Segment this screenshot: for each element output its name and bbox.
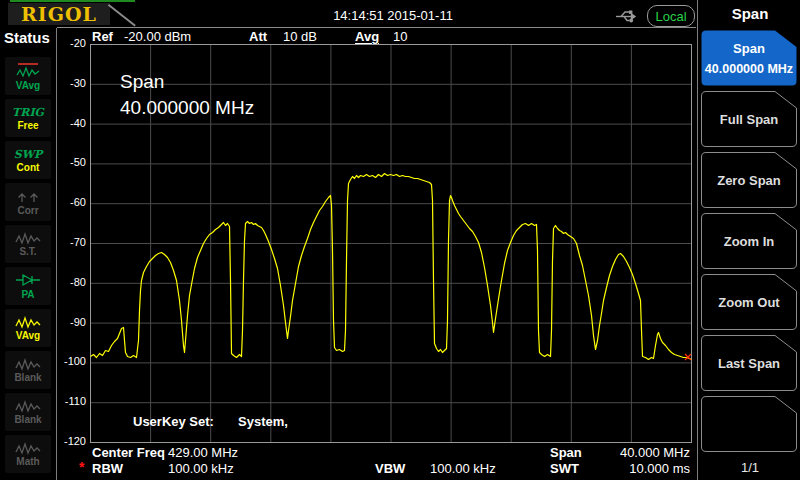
y-tick-label: -120 (54, 435, 86, 447)
softkey-zero-span[interactable]: Zero Span (701, 152, 797, 208)
softkey-span-label: Span (733, 41, 765, 56)
y-tick-label: -100 (54, 355, 86, 367)
datetime-label: 14:14:51 2015-01-11 (293, 8, 493, 23)
y-tick-label: -20 (54, 37, 86, 49)
menu-page-indicator: 1/1 (700, 460, 800, 475)
status-item-sweep-label: Cont (17, 162, 40, 173)
rigol-logo: RIGOL (8, 3, 110, 25)
softkey-last-span-label: Last Span (718, 356, 780, 371)
status-item-correction: Corr (5, 183, 51, 221)
softkey-span-value: 40.000000 MHz (705, 62, 793, 76)
span-readout-value: 40.000 MHz (570, 445, 690, 460)
center-freq-value: 429.00 MHz (168, 445, 238, 460)
status-item-math: Math (5, 435, 51, 473)
preamp-icon (15, 272, 41, 288)
trace-avg-icon (15, 62, 41, 79)
y-tick-label: -60 (54, 196, 86, 208)
status-item-sweep-word: SWP (14, 148, 43, 161)
math-icon (15, 441, 41, 455)
ref-value: -20.00 dBm (124, 29, 191, 44)
att-label: Att (249, 29, 267, 44)
left-panel-divider (56, 28, 57, 480)
trace2-avg-icon (15, 315, 41, 329)
menu-panel-divider (697, 0, 698, 480)
active-function-label: Span (120, 71, 164, 93)
spectrum-analyzer-screen: RIGOL Status VAvgTRIGFreeSWPContCorrS.T.… (0, 0, 800, 480)
y-tick-label: -30 (54, 77, 86, 89)
softkey-last-span[interactable]: Last Span (701, 335, 797, 391)
swt-value: 10.000 ms (570, 461, 690, 476)
status-panel-title: Status (4, 29, 50, 46)
status-item-trace4-label: Blank (14, 414, 41, 425)
vbw-label: VBW (375, 461, 405, 476)
status-item-trigger-word: TRIG (12, 106, 44, 119)
status-item-math-label: Math (16, 456, 39, 467)
y-tick-label: -70 (54, 236, 86, 248)
softkey-blank-6[interactable] (701, 396, 797, 452)
usb-icon (614, 8, 642, 25)
logo-slash (108, 4, 136, 27)
status-item-trace4: Blank (5, 393, 51, 431)
softkey-zoom-out-label: Zoom Out (718, 295, 779, 310)
softkey-zoom-in[interactable]: Zoom In (701, 213, 797, 269)
local-label: Local (655, 9, 686, 24)
trace4-icon (15, 399, 41, 413)
softkey-zero-span-label: Zero Span (717, 173, 781, 188)
avg-label: Avg (355, 29, 379, 44)
center-freq-label: Center Freq (92, 445, 165, 460)
local-badge: Local (647, 5, 695, 27)
rbw-coupled-indicator: * (79, 459, 84, 475)
rigol-logo-text: RIGOL (21, 3, 97, 25)
status-item-trigger-label: Free (17, 120, 38, 131)
correction-icon (15, 189, 41, 204)
rbw-label: RBW (92, 461, 123, 476)
softkey-zoom-out[interactable]: Zoom Out (701, 274, 797, 330)
softkey-full-span[interactable]: Full Span (701, 91, 797, 147)
st-icon (15, 231, 41, 245)
status-item-st-label: S.T. (19, 246, 36, 257)
trace3-icon (15, 357, 41, 371)
status-item-trigger: TRIGFree (5, 99, 51, 137)
rbw-value: 100.00 kHz (168, 461, 234, 476)
status-item-preamp: PA (5, 267, 51, 305)
att-value: 10 dB (283, 29, 317, 44)
y-tick-label: -80 (54, 276, 86, 288)
top-edge-accent (10, 0, 135, 2)
status-item-trace3-label: Blank (14, 372, 41, 383)
y-tick-label: -40 (54, 117, 86, 129)
userkey-message-label: UserKey Set: (133, 414, 214, 429)
status-item-trace3: Blank (5, 351, 51, 389)
status-item-correction-label: Corr (17, 205, 38, 216)
status-item-st: S.T. (5, 225, 51, 263)
vbw-value: 100.00 kHz (430, 461, 496, 476)
softkey-span[interactable]: Span40.000000 MHz (701, 30, 797, 86)
status-item-trace-avg: VAvg (5, 57, 51, 95)
menu-title: Span (700, 5, 800, 22)
y-tick-label: -90 (54, 316, 86, 328)
ref-label: Ref (92, 29, 113, 44)
softkey-full-span-label: Full Span (720, 112, 779, 127)
y-tick-label: -50 (54, 156, 86, 168)
softkey-zoom-in-label: Zoom In (724, 234, 775, 249)
active-function-value: 40.000000 MHz (120, 97, 254, 119)
status-item-trace2-avg: VAvg (5, 309, 51, 347)
userkey-message-value: System, (238, 414, 288, 429)
header-divider (57, 27, 696, 28)
status-item-preamp-label: PA (21, 289, 34, 300)
avg-value: 10 (393, 29, 407, 44)
status-item-trace-avg-label: VAvg (16, 80, 40, 91)
y-tick-label: -110 (54, 395, 86, 407)
status-item-sweep: SWPCont (5, 141, 51, 179)
status-item-trace2-avg-label: VAvg (16, 330, 40, 341)
